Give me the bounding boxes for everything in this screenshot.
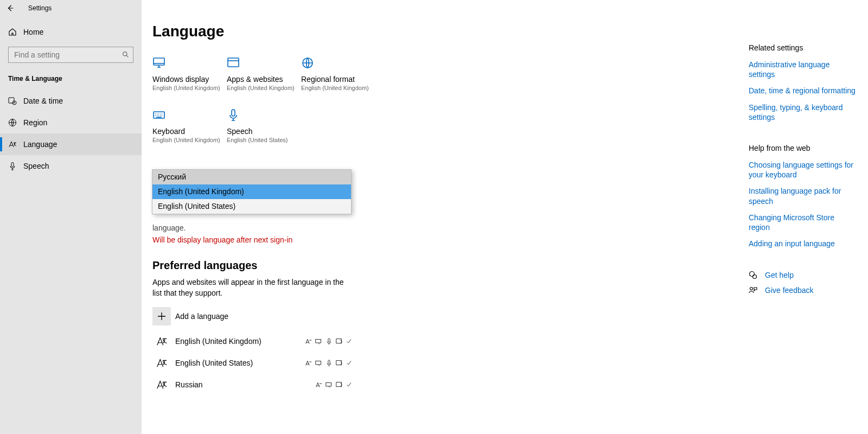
language-name: English (United Kingdom) xyxy=(175,337,305,346)
link-spelling-keyboard[interactable]: Spelling, typing, & keyboard settings xyxy=(749,103,857,122)
help-web-heading: Help from the web xyxy=(749,144,857,152)
sidebar-item-date-time[interactable]: Date & time xyxy=(0,90,142,112)
tile-title: Apps & websites xyxy=(227,75,301,84)
tile-apps-websites[interactable]: Apps & websites English (United Kingdom) xyxy=(227,56,301,91)
link-date-time-formatting[interactable]: Date, time & regional formatting xyxy=(749,86,857,95)
svg-rect-12 xyxy=(328,339,330,342)
search-box[interactable] xyxy=(8,47,133,63)
language-features xyxy=(305,338,353,345)
tile-regional-format[interactable]: Regional format English (United Kingdom) xyxy=(301,56,375,91)
link-help-add-input-lang[interactable]: Adding an input language xyxy=(749,239,857,248)
monitor-icon xyxy=(152,56,165,69)
sidebar-item-label: Language xyxy=(23,140,57,149)
handwriting-icon xyxy=(336,360,343,367)
tile-title: Speech xyxy=(227,127,301,136)
link-help-store-region[interactable]: Changing Microsoft Store region xyxy=(749,213,857,232)
sidebar-home[interactable]: Home xyxy=(0,24,142,40)
tile-subtitle: English (United Kingdom) xyxy=(152,137,227,143)
language-glyph-icon xyxy=(152,357,171,369)
sidebar-home-label: Home xyxy=(23,28,43,36)
tile-subtitle: English (United Kingdom) xyxy=(152,85,227,91)
globe-icon xyxy=(8,118,17,127)
language-item-russian[interactable]: Russian xyxy=(152,379,353,391)
link-admin-lang-settings[interactable]: Administrative language settings xyxy=(749,60,857,79)
dropdown-option-russian[interactable]: Русский xyxy=(152,170,351,184)
dropdown-option-en-gb[interactable]: English (United Kingdom) xyxy=(152,184,351,199)
display-lang-icon xyxy=(315,381,322,388)
tile-keyboard[interactable]: Keyboard English (United Kingdom) xyxy=(152,108,227,143)
language-glyph-icon xyxy=(152,335,171,347)
language-tiles: Windows display English (United Kingdom)… xyxy=(152,56,586,161)
display-language-dropdown[interactable]: Русский English (United Kingdom) English… xyxy=(152,169,352,214)
link-give-feedback[interactable]: Give feedback xyxy=(765,285,814,295)
link-help-keyboard-lang[interactable]: Choosing language settings for your keyb… xyxy=(749,160,857,180)
svg-rect-4 xyxy=(11,163,14,167)
svg-rect-6 xyxy=(154,58,164,65)
svg-rect-15 xyxy=(328,360,330,364)
add-language-button[interactable]: Add a language xyxy=(152,307,868,326)
svg-point-20 xyxy=(753,275,757,279)
microphone-icon xyxy=(8,162,17,170)
sidebar-item-label: Speech xyxy=(23,162,49,170)
language-icon xyxy=(8,140,17,149)
link-get-help[interactable]: Get help xyxy=(765,270,794,280)
svg-rect-17 xyxy=(326,382,331,386)
language-glyph-icon xyxy=(152,379,171,391)
sidebar-item-region[interactable]: Region xyxy=(0,112,142,133)
spellcheck-icon xyxy=(346,381,353,388)
speech-icon xyxy=(326,360,333,367)
add-language-label: Add a language xyxy=(175,312,228,321)
sidebar-item-speech[interactable]: Speech xyxy=(0,155,142,177)
feedback-icon xyxy=(749,286,757,295)
svg-point-21 xyxy=(750,287,753,290)
page-title: Language xyxy=(152,23,868,40)
tts-icon xyxy=(315,360,322,367)
language-name: English (United States) xyxy=(175,359,305,367)
link-help-lang-pack-speech[interactable]: Installing language pack for speech xyxy=(749,186,857,206)
search-input[interactable] xyxy=(8,47,133,63)
window-title: Settings xyxy=(28,4,52,12)
sidebar-item-label: Date & time xyxy=(23,97,63,105)
search-icon xyxy=(122,51,129,58)
plus-icon xyxy=(157,312,166,321)
back-arrow-icon xyxy=(7,4,14,12)
tile-speech[interactable]: Speech English (United States) xyxy=(227,108,301,143)
dropdown-option-en-us[interactable]: English (United States) xyxy=(152,199,351,214)
svg-point-19 xyxy=(750,272,755,277)
display-lang-icon xyxy=(305,338,312,345)
language-features xyxy=(305,360,353,367)
spellcheck-icon xyxy=(346,338,353,345)
tile-title: Regional format xyxy=(301,75,375,84)
sidebar-item-language[interactable]: Language xyxy=(0,133,142,155)
back-button[interactable] xyxy=(0,0,21,16)
related-settings-heading: Related settings xyxy=(749,43,857,52)
tile-windows-display[interactable]: Windows display English (United Kingdom) xyxy=(152,56,227,91)
clock-calendar-icon xyxy=(8,97,17,105)
speech-icon xyxy=(326,338,333,345)
spellcheck-icon xyxy=(346,360,353,367)
add-icon-box xyxy=(152,307,171,326)
settings-sidebar: Home Time & Language Date & time Region … xyxy=(0,0,142,434)
tile-subtitle: English (United Kingdom) xyxy=(301,85,375,91)
language-name: Russian xyxy=(175,380,315,389)
svg-rect-1 xyxy=(9,98,14,103)
svg-rect-7 xyxy=(228,58,239,67)
right-side-pane: Related settings Administrative language… xyxy=(749,43,857,301)
tile-subtitle: English (United Kingdom) xyxy=(227,85,301,91)
language-item-en-gb[interactable]: English (United Kingdom) xyxy=(152,335,353,347)
tile-subtitle: English (United States) xyxy=(227,137,301,143)
language-item-en-us[interactable]: English (United States) xyxy=(152,357,353,369)
help-icon xyxy=(749,271,757,279)
svg-rect-14 xyxy=(316,361,321,365)
microphone-icon xyxy=(227,108,240,122)
svg-point-0 xyxy=(123,52,127,56)
language-features xyxy=(315,381,353,388)
sidebar-item-label: Region xyxy=(23,118,47,127)
handwriting-icon xyxy=(336,381,343,388)
svg-rect-10 xyxy=(232,110,235,116)
tile-title: Windows display xyxy=(152,75,227,84)
tts-icon xyxy=(326,381,333,388)
browser-icon xyxy=(227,56,240,69)
home-icon xyxy=(8,28,17,36)
svg-rect-11 xyxy=(316,339,321,343)
